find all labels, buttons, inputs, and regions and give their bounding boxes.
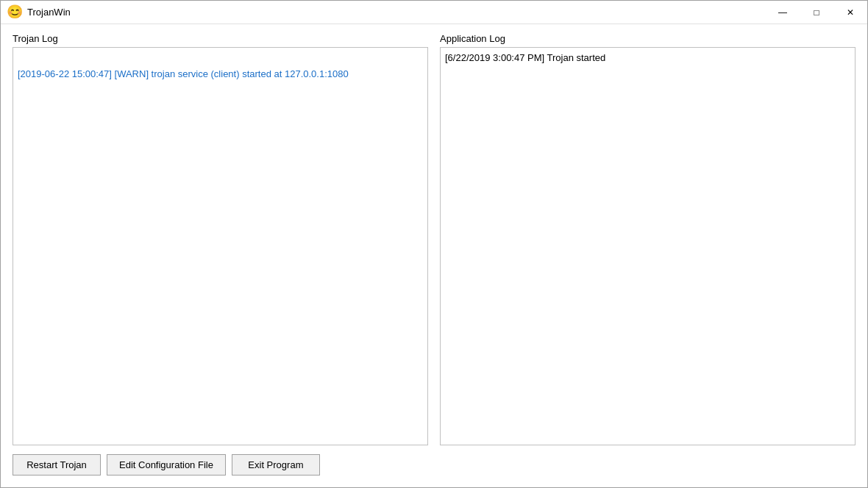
minimize-button[interactable]: —	[766, 1, 800, 24]
buttons-row: Restart Trojan Edit Configuration File E…	[13, 451, 855, 478]
window-title: TrojanWin	[27, 7, 71, 18]
app-icon: 😊	[7, 5, 21, 20]
main-window: 😊 TrojanWin — □ ✕ Trojan Log Welcome to …	[0, 0, 868, 488]
app-log-line: [6/22/2019 3:00:47 PM] Trojan started	[445, 51, 850, 65]
app-log-box[interactable]: [6/22/2019 3:00:47 PM] Trojan started	[440, 47, 855, 445]
restart-trojan-button[interactable]: Restart Trojan	[13, 454, 101, 476]
edit-config-button[interactable]: Edit Configuration File	[107, 454, 226, 476]
trojan-log-box[interactable]: Welcome to trojan 1.12.3[2019-06-22 15:0…	[13, 47, 428, 445]
title-bar-left: 😊 TrojanWin	[7, 5, 71, 20]
maximize-button[interactable]: □	[800, 1, 833, 24]
app-log-panel: Application Log [6/22/2019 3:00:47 PM] T…	[440, 33, 855, 445]
trojan-log-line: Welcome to trojan 1.12.3	[18, 51, 423, 65]
title-bar: 😊 TrojanWin — □ ✕	[1, 1, 867, 24]
exit-program-button[interactable]: Exit Program	[232, 454, 320, 476]
trojan-log-panel: Trojan Log Welcome to trojan 1.12.3[2019…	[13, 33, 428, 445]
logs-area: Trojan Log Welcome to trojan 1.12.3[2019…	[13, 33, 855, 445]
app-log-label: Application Log	[440, 33, 855, 44]
close-button[interactable]: ✕	[833, 1, 867, 24]
main-content: Trojan Log Welcome to trojan 1.12.3[2019…	[1, 24, 867, 487]
window-controls: — □ ✕	[766, 1, 867, 24]
trojan-log-label: Trojan Log	[13, 33, 428, 44]
trojan-log-line: [2019-06-22 15:00:47] [WARN] trojan serv…	[18, 67, 423, 82]
